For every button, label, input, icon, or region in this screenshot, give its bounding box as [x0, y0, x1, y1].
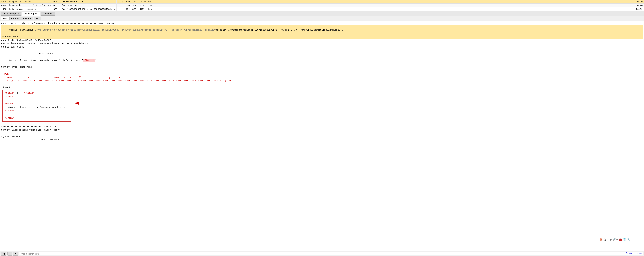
row-size: 385 — [131, 7, 139, 11]
row-check2: ☐ — [120, 7, 124, 11]
row-path: /success.txt — [60, 4, 116, 7]
row-url: http://detectportal.firefox.com — [8, 4, 52, 7]
row-bytes: 184.24 — [633, 4, 644, 7]
content-type-png-line: Content-Type: image/png — [1, 65, 643, 69]
nav-next-button[interactable]: ▶ — [13, 252, 18, 256]
tab-edited-request[interactable]: Edited request — [22, 12, 40, 16]
cookie-account: account= — [216, 29, 226, 31]
sogou-icon: S — [600, 237, 602, 242]
content-type-line: Content-Type: multipart/form-data; bound… — [1, 22, 643, 25]
cookie-line: Cookie: cna=I9gREt...=AsTEtDivQXvmRvU35c… — [1, 25, 643, 35]
row-path: /isv/uploadPic.do — [60, 0, 116, 4]
row-method: POST — [52, 0, 60, 4]
filename-highlight: 123.html — [83, 59, 95, 62]
mic-icon[interactable]: 🎤 — [612, 238, 616, 242]
disp-suffix: " — [95, 59, 96, 62]
keyboard-icon[interactable]: ⌨ — [616, 238, 618, 242]
row-status: 200 — [124, 0, 131, 4]
row-status: 200 — [124, 4, 131, 7]
search-input[interactable] — [19, 252, 643, 256]
html-injection-area: <head> — [1, 86, 643, 89]
cncc-line: cncc=2fcf9f45b8ead56ad5414ad2ccb7c327 — [1, 38, 643, 42]
row-size: 1101 — [131, 0, 139, 4]
subtab-params[interactable]: Params — [9, 17, 21, 20]
table-row[interactable]: 4500 http://detectportal.firefox.com GET… — [0, 4, 644, 7]
html-head-tag: <head> — [2, 86, 10, 89]
sub-tab-bar: RawParamsHeadersHex — [0, 16, 644, 21]
wrench-icon[interactable]: 🔧 — [627, 238, 630, 242]
row-id: 4499 — [0, 0, 8, 4]
row-type: JSON — [139, 0, 147, 4]
table-row[interactable]: 4502 http://avatars.sei... GET /isv/4398… — [0, 7, 644, 11]
row-method: GET — [52, 4, 60, 7]
network-table-container: 4499 https://h...o.com POST /isv/uploadP… — [0, 0, 644, 11]
fc-body-open: <body> — [5, 102, 69, 106]
file-content-wrapper: <title> c </title> </head> <body> <img s… — [2, 89, 643, 122]
csrf-disp-line: Content-Disposition: form-data; name="_c… — [1, 128, 643, 132]
row-bytes: 116.62 — [633, 7, 644, 11]
row-check1: ☑ — [116, 7, 120, 11]
row-spacer — [155, 4, 633, 7]
tab-bar: Original requestEdited requestResponse — [0, 11, 644, 16]
icon-toolbar: S 英 · ☺ 🎤 ⌨ 🧰 👕 🔧 — [598, 236, 632, 243]
table-row[interactable]: 4499 https://h...o.com POST /isv/uploadP… — [0, 0, 644, 4]
blog-link[interactable]: 0xbin's blog — [626, 252, 642, 254]
row-check2: ☐ — [120, 4, 124, 7]
row-id: 4500 — [0, 4, 8, 7]
row-url: https://h...o.com — [8, 0, 52, 4]
row-ext: html — [147, 7, 155, 11]
fc-blank — [5, 98, 69, 102]
row-url: http://avatars.sei... — [8, 7, 52, 11]
row-ext: do — [147, 0, 155, 4]
html-lines-before-box: <head> — [2, 86, 10, 89]
account-value: ...3f13cd8ff7e51c8e; lvt=1506583270279; … — [226, 29, 343, 31]
row-check2: ☑ — [120, 0, 124, 4]
row-path: /isv/43983039054031/jsv43983039054031... — [60, 7, 116, 11]
separator3: -----------------------------10267325665… — [1, 138, 643, 142]
fc-img-tag: <img src=1 onerror=alert(document.cookie… — [5, 106, 69, 109]
csrf-token-line: ${_csrf.token} — [1, 135, 643, 138]
tools-icon[interactable]: 🧰 — [619, 238, 622, 242]
request-body: Content-Type: multipart/form-data; bound… — [0, 21, 644, 251]
bottom-bar: ◀ + ▶ — [0, 251, 644, 256]
row-spacer — [155, 7, 633, 11]
row-spacer — [155, 0, 633, 4]
nav-prev-button[interactable]: ◀ — [1, 252, 6, 256]
row-type: HTML — [139, 7, 147, 11]
row-size: 379 — [131, 4, 139, 7]
row-bytes: 140.20 — [633, 0, 644, 4]
separator2: ----------------------------102673256657… — [1, 125, 643, 128]
separator1: ----------------------------102673256657… — [1, 52, 643, 56]
arrow-svg — [72, 99, 154, 111]
cookie-line2: IwAhx8HL=D5F51... — [1, 35, 643, 38]
binary-row2: r () / #%8R #%8R #%8R #%8R #%8R #%8R #%8… — [1, 79, 643, 82]
subtab-raw[interactable]: Raw — [1, 17, 9, 20]
bullet-icon: · — [608, 238, 609, 242]
content-disp-line: Content-Disposition: form-data; name="fi… — [1, 55, 643, 65]
row-id: 4502 — [0, 7, 8, 11]
subtab-hex[interactable]: Hex — [34, 17, 42, 20]
file-content-box: <title> c </title> </head> <body> <img s… — [2, 90, 72, 122]
nav-add-button[interactable]: + — [7, 252, 12, 256]
cookie-middle: ...=AsTEtDivQXvmRvU35ci6gKVy1EJ2dcpCABL6… — [33, 29, 216, 31]
fc-html-close: </html> — [5, 116, 69, 120]
binary-row1: IHDR E IDATx O A rÃ¯1] f* ` ? "k yz ? Fi — [1, 76, 643, 79]
row-ext: txt — [147, 4, 155, 7]
fc-title-open: <title> c </title> — [5, 91, 69, 95]
row-check1: ☐ — [116, 4, 120, 7]
disp-prefix: Content-Disposition: form-data; name="fi… — [9, 59, 83, 62]
shirt-icon[interactable]: 👕 — [623, 238, 626, 242]
fc-blank2 — [5, 113, 69, 116]
png-label: PNG — [1, 72, 643, 76]
fc-head-close: </head> — [5, 95, 69, 99]
emoji-icon[interactable]: ☺ — [610, 238, 612, 242]
english-icon[interactable]: 英 — [603, 238, 607, 242]
network-table: 4499 https://h...o.com POST /isv/uploadP… — [0, 0, 644, 11]
tab-original-request[interactable]: Original request — [1, 12, 21, 16]
main-container: 4499 https://h...o.com POST /isv/uploadP… — [0, 0, 644, 256]
subtab-headers[interactable]: Headers — [21, 17, 33, 20]
connection-line: Connection: close — [1, 45, 643, 49]
jkn-line: n9s JL.jkn=bd89095750a989...et=e8e905db-… — [1, 42, 643, 45]
tab-response[interactable]: Response — [41, 12, 56, 16]
row-method: GET — [52, 7, 60, 11]
